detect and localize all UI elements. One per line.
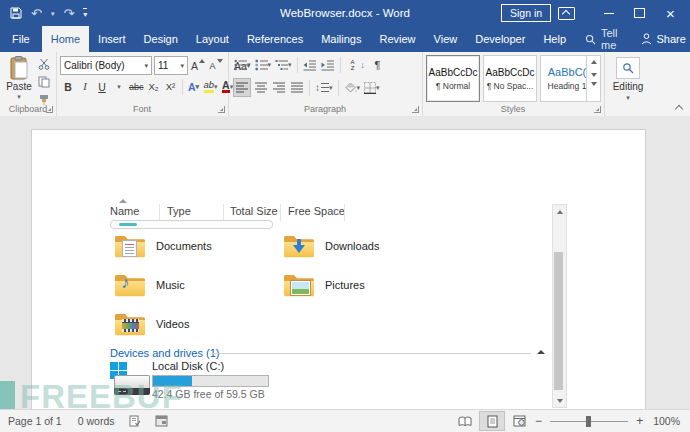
print-layout-button[interactable] [479,411,505,431]
section-header-devices[interactable]: Devices and drives (1) [110,347,219,359]
line-spacing-button[interactable]: ↕ ▾ [314,79,334,96]
minimize-button[interactable] [593,0,624,26]
scroll-up-icon[interactable] [553,205,566,218]
macro-recording-icon[interactable] [155,415,168,427]
borders-button[interactable]: ▾ [363,79,381,96]
web-layout-button[interactable] [507,412,531,430]
styles-gallery-scroll [586,55,601,102]
tell-me-box[interactable]: Tell me [575,26,628,52]
grow-font-button[interactable]: A [190,57,206,74]
styles-scroll-up-icon[interactable] [591,60,597,64]
column-header-free-space[interactable]: Free Space [288,205,345,217]
watermark-logo-block [0,381,15,410]
group-editing: Editing ▾ [604,52,652,116]
font-name-combo[interactable]: Calibri (Body) ▾ [60,56,152,75]
align-center-button[interactable] [253,79,269,96]
zoom-level[interactable]: 100% [653,415,680,427]
tab-review[interactable]: Review [371,26,425,52]
decrease-indent-button[interactable] [302,56,318,73]
paste-button[interactable]: Paste ▾ [3,56,35,100]
tab-layout[interactable]: Layout [187,26,238,52]
caret-up-icon [199,59,205,63]
find-icon [616,57,640,79]
style-no-spacing[interactable]: AaBbCcDc ¶ No Spac... [483,55,537,102]
column-header-name[interactable]: Name [110,205,139,217]
text-effects-button[interactable]: A▾ [186,78,202,95]
cut-icon[interactable] [38,58,50,70]
local-disk-label[interactable]: Local Disk (C:) [152,360,224,372]
multilevel-list-button[interactable]: ▾ [274,56,293,73]
increase-indent-button[interactable] [320,56,336,73]
redo-icon[interactable]: ↷ [63,7,74,20]
subscript-button[interactable]: X₂ [146,78,162,95]
copy-icon[interactable] [38,76,50,88]
read-mode-button[interactable] [453,412,477,430]
tab-mailings[interactable]: Mailings [312,26,370,52]
tab-home[interactable]: Home [42,26,89,52]
music-note-icon: ♪ [121,274,130,291]
strikethrough-button[interactable]: abc [128,78,145,95]
underline-dropdown-icon[interactable]: ▾ [117,83,121,90]
highlight-color-button[interactable]: ab▾ [203,78,219,95]
tab-help[interactable]: Help [534,26,575,52]
word-count[interactable]: 0 words [78,415,115,427]
undo-icon[interactable]: ↶ [31,7,42,20]
styles-dialog-launcher-icon[interactable] [594,106,601,113]
sign-in-button[interactable]: Sign in [501,4,551,22]
shrink-font-button[interactable]: A [208,57,224,74]
align-right-button[interactable] [271,79,287,96]
section-collapse-icon[interactable] [537,350,545,354]
list-item-videos[interactable]: Videos [114,311,189,337]
save-icon[interactable] [10,7,22,19]
zoom-slider-thumb[interactable] [586,416,591,427]
column-header-total-size[interactable]: Total Size [230,205,278,217]
font-dialog-launcher-icon[interactable] [218,106,225,113]
tab-references[interactable]: References [238,26,312,52]
styles-scroll-down-icon[interactable] [591,73,597,77]
title-bar: ↶ ▾ ↷ ▾ WebBrowser.docx - Word Sign in × [0,0,690,26]
page-indicator[interactable]: Page 1 of 1 [8,415,62,427]
collapse-ribbon-icon[interactable] [675,103,683,111]
search-icon [585,34,596,45]
zoom-in-button[interactable]: + [636,414,643,428]
shading-button[interactable]: ▾ [343,79,362,96]
share-button[interactable]: Share [628,26,690,52]
scroll-down-icon[interactable] [553,394,566,407]
tab-insert[interactable]: Insert [89,26,135,52]
undo-dropdown-icon[interactable]: ▾ [51,10,55,17]
font-size-combo[interactable]: 11 ▾ [154,56,188,75]
list-item-music[interactable]: ♪ Music [114,272,185,298]
column-header-type[interactable]: Type [167,205,191,217]
list-scrollbar[interactable] [552,204,567,408]
numbering-button[interactable]: ▾ [254,56,273,73]
zoom-slider[interactable] [550,421,628,422]
zoom-out-button[interactable]: − [535,414,542,428]
tab-design[interactable]: Design [135,26,187,52]
tab-view[interactable]: View [425,26,467,52]
scrollbar-thumb[interactable] [554,252,563,390]
customize-qat-icon[interactable]: ▾ [83,8,87,19]
ribbon-display-options-icon[interactable] [558,7,575,20]
close-button[interactable]: × [655,0,686,26]
bold-button[interactable]: B [60,78,76,95]
underline-button[interactable]: U [94,78,110,95]
sort-ascending-icon [119,199,127,203]
superscript-button[interactable]: X² [163,78,179,95]
list-item-pictures[interactable]: Pictures [283,272,365,298]
justify-button[interactable] [289,79,305,96]
list-item-documents[interactable]: Documents [114,233,212,259]
maximize-button[interactable] [624,0,655,26]
styles-more-icon[interactable] [591,86,597,97]
align-left-button[interactable] [233,78,251,97]
style-normal[interactable]: AaBbCcDc ¶ Normal [426,55,480,102]
tab-file[interactable]: File [0,26,42,52]
clipboard-dialog-launcher-icon[interactable] [46,106,53,113]
bullets-button[interactable]: ▾ [233,56,252,73]
show-hide-marks-button[interactable]: ¶ [370,56,386,73]
italic-button[interactable]: I [77,78,93,95]
editing-button[interactable]: Editing ▾ [609,57,647,101]
proofing-status-icon[interactable] [128,415,141,428]
list-item-downloads[interactable]: Downloads [283,233,379,259]
paragraph-dialog-launcher-icon[interactable] [412,106,419,113]
tab-developer[interactable]: Developer [466,26,534,52]
